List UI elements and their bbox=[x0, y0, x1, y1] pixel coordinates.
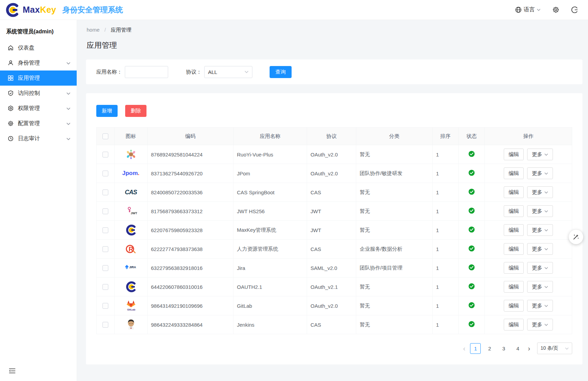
top-header: MaxKey 身份安全管理系统 语言 bbox=[0, 0, 588, 20]
app-sort-cell: 1 bbox=[433, 202, 459, 221]
language-switcher[interactable]: 语言 bbox=[515, 6, 541, 13]
row-checkbox[interactable] bbox=[102, 171, 108, 176]
row-checkbox[interactable] bbox=[102, 322, 108, 328]
protocol-select-value: ALL bbox=[208, 69, 217, 75]
select-all-checkbox[interactable] bbox=[102, 133, 108, 139]
more-button[interactable]: 更多 bbox=[527, 149, 553, 160]
app-code-cell: 986431492190109696 bbox=[148, 296, 233, 315]
table-row: 622076759805923328 MaxKey管理系统 JWT 暂无 1 编… bbox=[97, 221, 572, 240]
app-protocol-cell: OAuth_v2.0 bbox=[307, 164, 356, 183]
app-sort-cell: 1 bbox=[433, 259, 459, 277]
sidebar-item-label: 仪表盘 bbox=[18, 44, 66, 52]
sidebar-menu-item[interactable]: 身份管理 bbox=[0, 55, 77, 70]
sidebar-menu-item[interactable]: 应用管理 bbox=[0, 70, 77, 86]
more-button[interactable]: 更多 bbox=[527, 224, 553, 236]
app-name-cell: GitLab bbox=[233, 296, 307, 315]
app-code-cell: 986432249333284864 bbox=[148, 315, 233, 334]
pagination-page[interactable]: 1 bbox=[470, 343, 481, 354]
more-button[interactable]: 更多 bbox=[527, 243, 553, 255]
app-sort-cell: 1 bbox=[433, 164, 459, 183]
row-checkbox[interactable] bbox=[102, 189, 108, 195]
table-row: GitLab 986431492190109696 GitLab OAuth_v… bbox=[97, 296, 572, 315]
magic-wand-icon bbox=[572, 233, 580, 241]
row-checkbox[interactable] bbox=[102, 227, 108, 233]
pagination-page[interactable]: 3 bbox=[498, 343, 509, 354]
edit-button[interactable]: 编辑 bbox=[504, 167, 524, 179]
status-enabled-icon bbox=[468, 226, 475, 233]
edit-button[interactable]: 编辑 bbox=[504, 319, 524, 330]
sidebar-menu-item[interactable]: 配置管理 bbox=[0, 116, 77, 131]
row-checkbox[interactable] bbox=[102, 284, 108, 290]
column-header-status: 状态 bbox=[459, 128, 485, 145]
chevron-down-icon bbox=[544, 153, 548, 156]
edit-button[interactable]: 编辑 bbox=[504, 243, 524, 255]
more-button[interactable]: 更多 bbox=[527, 300, 553, 312]
edit-button[interactable]: 编辑 bbox=[504, 224, 524, 236]
sidebar-menu-item[interactable]: 日志审计 bbox=[0, 131, 77, 146]
query-button[interactable]: 查询 bbox=[270, 66, 292, 78]
app-name-input[interactable] bbox=[125, 66, 168, 78]
edit-button[interactable]: 编辑 bbox=[504, 281, 524, 293]
row-checkbox[interactable] bbox=[102, 303, 108, 309]
breadcrumb-home-link[interactable]: home bbox=[87, 27, 100, 33]
edit-button[interactable]: 编辑 bbox=[504, 262, 524, 274]
status-enabled-icon bbox=[468, 283, 475, 290]
status-enabled-icon bbox=[468, 302, 475, 308]
brand-name: MaxKey bbox=[23, 5, 56, 15]
page-size-select[interactable]: 10 条/页 bbox=[537, 342, 572, 354]
edit-button[interactable]: 编辑 bbox=[504, 300, 524, 312]
edit-button[interactable]: 编辑 bbox=[504, 205, 524, 217]
ruoyi-logo-icon bbox=[124, 148, 138, 161]
more-button[interactable]: 更多 bbox=[527, 281, 553, 293]
add-button[interactable]: 新增 bbox=[96, 105, 118, 117]
chevron-down-icon bbox=[544, 286, 548, 288]
breadcrumb-current: 应用管理 bbox=[111, 27, 131, 33]
pagination-page[interactable]: 2 bbox=[484, 343, 495, 354]
app-sort-cell: 1 bbox=[433, 145, 459, 164]
more-button[interactable]: 更多 bbox=[527, 319, 553, 330]
app-sort-cell: 1 bbox=[433, 240, 459, 259]
home-icon bbox=[8, 45, 14, 51]
row-checkbox[interactable] bbox=[102, 208, 108, 214]
sidebar-menu-item[interactable]: 访问控制 bbox=[0, 86, 77, 101]
language-label: 语言 bbox=[524, 6, 535, 13]
more-button[interactable]: 更多 bbox=[527, 167, 553, 179]
chevron-down-icon bbox=[544, 191, 548, 194]
app-name-cell: CAS SpringBoot bbox=[233, 183, 307, 202]
menu-fold-icon[interactable] bbox=[9, 368, 15, 375]
more-button[interactable]: 更多 bbox=[527, 186, 553, 198]
access-control-icon bbox=[8, 90, 14, 96]
row-checkbox[interactable] bbox=[102, 265, 108, 271]
pagination-next[interactable]: › bbox=[526, 345, 532, 352]
row-checkbox[interactable] bbox=[102, 152, 108, 157]
chevron-down-icon bbox=[544, 267, 548, 269]
app-protocol-cell: OAuth_v2.0 bbox=[307, 145, 356, 164]
app-sort-cell: 1 bbox=[433, 277, 459, 296]
protocol-select[interactable]: ALL bbox=[204, 66, 252, 78]
sidebar-menu-item[interactable]: 仪表盘 bbox=[0, 40, 77, 55]
jira-logo-icon: JIRA bbox=[124, 261, 138, 275]
more-button[interactable]: 更多 bbox=[527, 262, 553, 274]
app-sort-cell: 1 bbox=[433, 296, 459, 315]
sidebar-menu-item[interactable]: 权限管理 bbox=[0, 101, 77, 116]
app-protocol-cell: CAS bbox=[307, 315, 356, 334]
pagination-page[interactable]: 4 bbox=[512, 343, 523, 354]
table-row: 644220607860310016 OAUTH2.1 OAuth_v2.1 暂… bbox=[97, 277, 572, 296]
app-code-cell: 622076759805923328 bbox=[148, 221, 233, 240]
jenkins-logo-icon bbox=[124, 318, 138, 331]
table-row: Jpom. 837136275440926720 JPom OAuth_v2.0… bbox=[97, 164, 572, 183]
app-code-cell: 632279563832918016 bbox=[148, 259, 233, 277]
edit-button[interactable]: 编辑 bbox=[504, 186, 524, 198]
settings-gear-icon[interactable] bbox=[552, 6, 559, 13]
app-protocol-cell: OAuth_v2.1 bbox=[307, 277, 356, 296]
row-checkbox[interactable] bbox=[102, 246, 108, 252]
brand-logo: MaxKey 身份安全管理系统 bbox=[5, 2, 123, 18]
pagination-prev[interactable]: ‹ bbox=[462, 345, 467, 352]
app-category-cell: 暂无 bbox=[356, 221, 433, 240]
more-button[interactable]: 更多 bbox=[527, 205, 553, 217]
floating-tool-button[interactable] bbox=[569, 230, 583, 244]
edit-button[interactable]: 编辑 bbox=[504, 149, 524, 160]
app-name-cell: RuoYi-Vue-Plus bbox=[233, 145, 307, 164]
delete-button[interactable]: 删除 bbox=[125, 105, 146, 117]
logout-icon[interactable] bbox=[571, 6, 578, 13]
